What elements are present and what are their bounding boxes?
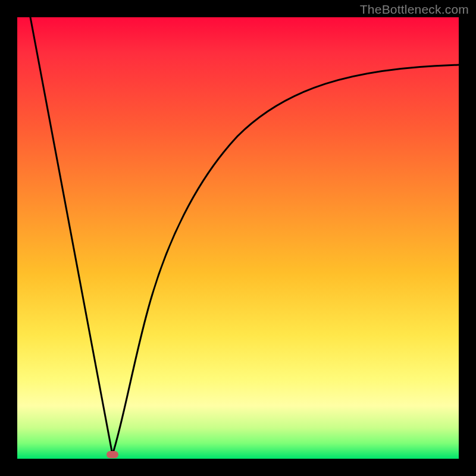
chart-container: TheBottleneck.com xyxy=(0,0,476,476)
plot-area xyxy=(17,17,459,459)
watermark-text: TheBottleneck.com xyxy=(360,2,469,17)
bottleneck-curve xyxy=(17,17,459,459)
minimum-marker xyxy=(107,451,118,458)
curve-path xyxy=(30,17,459,455)
